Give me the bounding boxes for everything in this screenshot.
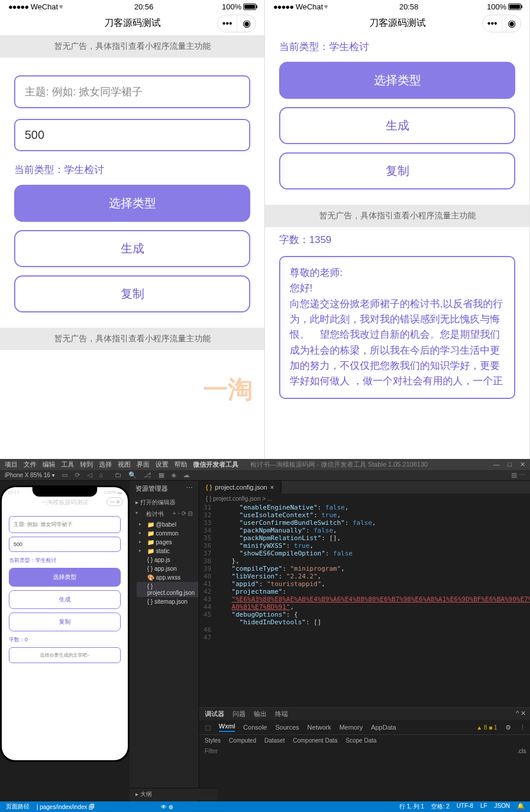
more-icon[interactable]: ⋯: [186, 484, 193, 493]
menu-settings[interactable]: 设置: [155, 460, 168, 469]
tab-wxml[interactable]: Wxml: [219, 723, 236, 732]
menu-file[interactable]: 文件: [24, 460, 37, 469]
tab-projectconfig[interactable]: { } project.config.json ×: [199, 481, 282, 494]
signal-icon: ᯤ: [58, 2, 66, 11]
status-enc[interactable]: UTF-8: [456, 803, 473, 811]
warnings-badge[interactable]: ▲ 8 ■ 1: [476, 724, 497, 731]
menu-select[interactable]: 选择: [99, 460, 112, 469]
tab-network[interactable]: Network: [307, 724, 331, 731]
count-input[interactable]: 500: [14, 119, 250, 151]
topic-input[interactable]: 主题: 例如: 掀女同学裙子: [14, 75, 250, 108]
cloud-icon[interactable]: ☁: [183, 471, 190, 479]
status-icons[interactable]: 👁 ⊕: [161, 804, 173, 810]
folder-babel[interactable]: 📁 @babel: [137, 520, 198, 529]
menu-project[interactable]: 项目: [5, 460, 18, 469]
sub-dataset[interactable]: Dataset: [264, 737, 284, 744]
copy-button[interactable]: 复制: [14, 275, 250, 312]
close-icon[interactable]: ✕: [520, 461, 525, 468]
tree-actions[interactable]: + ▫ ⟳ ⊟: [173, 510, 193, 518]
tab-terminal[interactable]: 终端: [275, 710, 288, 718]
folder-static[interactable]: 📁 static: [137, 547, 198, 555]
branch-icon[interactable]: ⎇: [144, 471, 151, 479]
simulator-phone[interactable]: 15:17 100% ▬ 一淘模板源码测试 ••• ◉ 主题: 例如: 掀女同学…: [0, 485, 130, 762]
menu-view[interactable]: 视图: [118, 460, 131, 469]
file-projectconfig[interactable]: { } project.config.json: [137, 582, 198, 597]
status-pages[interactable]: | pages/index/index 🗐: [37, 804, 95, 810]
tab-debugger[interactable]: 调试器: [205, 710, 224, 718]
outline-section[interactable]: ▸ 大纲: [130, 788, 218, 800]
close-target-icon[interactable]: ◉: [502, 15, 521, 32]
device-icon[interactable]: ▭: [62, 471, 68, 479]
gear-icon[interactable]: ⚙: [505, 724, 511, 731]
breadcrumb[interactable]: { } project.config.json > ...: [199, 494, 530, 504]
project-root[interactable]: 检讨书: [146, 510, 164, 518]
kebab-icon[interactable]: ⋮: [519, 724, 526, 731]
device-selector[interactable]: iPhone X 85% 16 ▾: [5, 472, 55, 478]
file-appjs[interactable]: { } app.js: [137, 555, 198, 564]
more-icon[interactable]: •••: [218, 15, 237, 32]
select-type-button[interactable]: 选择类型: [279, 62, 515, 99]
file-sitemap[interactable]: { } sitemap.json: [137, 597, 198, 606]
battery-icon: [243, 4, 256, 10]
file-appwxss[interactable]: 🎨 app.wxss: [137, 573, 198, 582]
capsule-menu: ••• ◉: [482, 15, 521, 32]
sub-compdata[interactable]: Component Data: [293, 737, 337, 744]
sim-capsule[interactable]: ••• ◉: [107, 497, 123, 506]
menu-tools[interactable]: 工具: [61, 460, 74, 469]
panel-tools[interactable]: ^ ✕: [516, 710, 526, 718]
status-spaces[interactable]: 空格: 2: [431, 803, 449, 811]
filter-input[interactable]: [205, 748, 518, 754]
sim-count-input[interactable]: 500: [9, 537, 121, 552]
tab-sources[interactable]: Sources: [275, 724, 299, 731]
tab-appdata[interactable]: AppData: [371, 724, 396, 731]
explorer-icon[interactable]: 🗀: [115, 471, 121, 479]
file-appjson[interactable]: { } app.json: [137, 564, 198, 573]
maximize-icon[interactable]: □: [508, 461, 512, 468]
cls-toggle[interactable]: .cls: [517, 748, 526, 754]
status-eol[interactable]: LF: [481, 803, 488, 811]
tab-problems[interactable]: 问题: [233, 710, 246, 718]
sim-copy-button[interactable]: 复制: [9, 613, 121, 631]
status-lang[interactable]: JSON: [494, 803, 510, 811]
generate-button[interactable]: 生成: [14, 230, 250, 267]
code-editor[interactable]: 3132333435363738394041424344454647 "enab…: [199, 504, 530, 707]
sub-styles[interactable]: Styles: [205, 737, 221, 744]
refresh-icon[interactable]: ⟳: [75, 471, 80, 479]
sub-computed[interactable]: Computed: [229, 737, 256, 744]
select-type-button[interactable]: 选择类型: [14, 185, 250, 222]
search-icon[interactable]: 🔍: [128, 471, 137, 479]
folder-common[interactable]: 📁 common: [137, 529, 198, 538]
tab-console[interactable]: Console: [243, 724, 267, 731]
minimize-icon[interactable]: —: [493, 461, 499, 468]
tab-close-icon[interactable]: ×: [270, 484, 274, 491]
ext-icon[interactable]: ▦: [158, 471, 164, 479]
copy-button[interactable]: 复制: [279, 152, 515, 189]
open-editors[interactable]: ▸ 打开的编辑器: [130, 497, 198, 508]
more-icon[interactable]: ⋯: [519, 471, 525, 478]
menu-edit[interactable]: 编辑: [42, 460, 55, 469]
tab-memory[interactable]: Memory: [339, 724, 363, 731]
more-icon[interactable]: •••: [483, 15, 502, 32]
menu-wxdev[interactable]: 微信开发者工具: [193, 460, 238, 469]
sim-topic-input[interactable]: 主题: 例如: 掀女同学裙子: [9, 516, 121, 533]
menu-interface[interactable]: 界面: [137, 460, 150, 469]
bell-icon[interactable]: 🔔: [517, 803, 524, 811]
status-pos[interactable]: 行 1, 列 1: [399, 803, 424, 811]
tab-output[interactable]: 输出: [254, 710, 267, 718]
ad-banner: 暂无广告，具体指引查看小程序流量主功能: [265, 205, 529, 227]
split-icon[interactable]: ▥: [511, 471, 517, 478]
close-target-icon[interactable]: ◉: [237, 15, 256, 32]
inspect-icon[interactable]: ⬚: [205, 724, 211, 731]
sub-scopedata[interactable]: Scope Data: [346, 737, 376, 744]
sim-select-button[interactable]: 选择类型: [9, 568, 121, 587]
generate-button[interactable]: 生成: [279, 107, 515, 144]
build-icon[interactable]: ◈: [171, 471, 176, 479]
back-icon[interactable]: ◁: [87, 471, 92, 479]
notch: [32, 487, 97, 497]
sim-gen-button[interactable]: 生成: [9, 590, 121, 609]
home-icon[interactable]: ⌂: [99, 471, 103, 479]
folder-pages[interactable]: 📁 pages: [137, 538, 198, 547]
menu-help[interactable]: 帮助: [174, 460, 187, 469]
explorer-title: 资源管理器: [135, 484, 168, 493]
menu-goto[interactable]: 转到: [80, 460, 93, 469]
